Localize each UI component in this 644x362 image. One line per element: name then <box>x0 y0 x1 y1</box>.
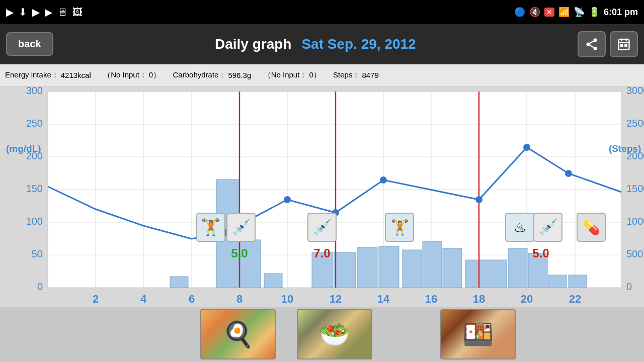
svg-rect-64 <box>357 247 377 288</box>
info-bar: Energy intake： 4213kcal （No Input： 0） Ca… <box>0 64 644 86</box>
svg-text:5.0: 5.0 <box>231 246 248 260</box>
no-input2-value: 0） <box>309 70 320 80</box>
svg-text:12: 12 <box>330 293 342 305</box>
svg-text:8: 8 <box>236 293 243 305</box>
svg-point-81 <box>380 176 387 184</box>
status-bar: ▶ ⬇ ▶ ▶ 🖥 🖼 🔵 🔇 ✕ 📶 📡 🔋 6:01 pm <box>0 0 644 24</box>
food-images: 🍳 🥗 🍱 <box>0 307 644 362</box>
svg-text:💉: 💉 <box>232 218 251 236</box>
calendar-icon <box>617 37 631 51</box>
nav-actions <box>578 31 638 57</box>
nav-date: Sat Sep. 29, 2012 <box>301 36 416 52</box>
play3-icon: ▶ <box>45 6 52 18</box>
svg-text:4: 4 <box>140 293 147 305</box>
svg-text:0: 0 <box>37 281 43 292</box>
svg-text:300: 300 <box>26 86 43 96</box>
no-input2-label: （No Input： <box>264 70 307 80</box>
steps-label: Steps： <box>333 70 360 80</box>
chart-svg: 2 4 6 8 10 12 14 16 18 20 22 300 250 200… <box>0 86 644 307</box>
food-image-dinner[interactable]: 🍱 <box>440 309 516 359</box>
svg-rect-9 <box>621 45 623 47</box>
svg-rect-5 <box>619 39 629 49</box>
no-input-label: （No Input： <box>103 70 147 80</box>
svg-text:100: 100 <box>26 216 43 227</box>
carb-label: Carbohydrate： <box>173 70 226 80</box>
svg-rect-63 <box>335 252 356 288</box>
svg-rect-68 <box>443 248 462 288</box>
energy-label: Energy intake： <box>5 70 59 80</box>
svg-text:💊: 💊 <box>583 219 600 236</box>
status-time: 6:01 pm <box>604 7 638 18</box>
svg-text:250: 250 <box>26 118 43 129</box>
svg-text:150: 150 <box>26 183 43 194</box>
svg-text:6: 6 <box>189 293 195 305</box>
svg-rect-71 <box>508 248 527 288</box>
svg-line-3 <box>590 45 594 47</box>
svg-rect-67 <box>423 241 442 288</box>
signal-icon: 📡 <box>574 7 585 18</box>
info-sep4 <box>326 71 330 79</box>
image-icon: 🖼 <box>72 7 83 18</box>
share-button[interactable] <box>578 31 606 57</box>
notification-icon: ✕ <box>544 8 554 17</box>
svg-text:3000: 3000 <box>626 86 644 96</box>
status-icons-left: ▶ ⬇ ▶ ▶ 🖥 🖼 <box>6 6 83 18</box>
svg-text:♨: ♨ <box>514 220 526 235</box>
info-sep2 <box>166 71 170 79</box>
play2-icon: ▶ <box>32 6 40 18</box>
no-input-value: 0） <box>149 70 160 80</box>
status-icons-right: 🔵 🔇 ✕ 📶 📡 🔋 6:01 pm <box>514 7 638 18</box>
svg-text:500: 500 <box>626 248 643 259</box>
svg-rect-65 <box>379 246 399 288</box>
volume-icon: 🔇 <box>529 7 540 18</box>
svg-point-82 <box>475 196 482 203</box>
svg-rect-74 <box>569 275 587 288</box>
nav-bar: back Daily graph Sat Sep. 29, 2012 <box>0 24 644 64</box>
energy-value: 4213kcal <box>61 71 91 79</box>
svg-text:7.0: 7.0 <box>313 246 330 260</box>
wifi-icon: 📶 <box>558 7 570 18</box>
info-sep3 <box>256 71 260 79</box>
bluetooth-icon: 🔵 <box>514 7 525 18</box>
svg-text:0: 0 <box>626 281 632 292</box>
svg-rect-66 <box>403 250 422 288</box>
monitor-icon: 🖥 <box>57 7 67 18</box>
page-title: Daily graph <box>215 36 291 52</box>
svg-point-0 <box>594 38 597 42</box>
svg-text:(Steps): (Steps) <box>609 143 641 154</box>
svg-text:(mg/dL): (mg/dL) <box>6 143 41 154</box>
svg-text:16: 16 <box>425 293 437 305</box>
svg-rect-73 <box>548 275 567 288</box>
food-image-lunch[interactable]: 🥗 <box>297 309 372 359</box>
info-sep1 <box>96 71 100 79</box>
svg-text:2: 2 <box>93 293 99 305</box>
svg-rect-10 <box>625 45 627 47</box>
calendar-button[interactable] <box>610 31 638 57</box>
main-content: 2 4 6 8 10 12 14 16 18 20 22 300 250 200… <box>0 86 644 362</box>
svg-text:🏋: 🏋 <box>201 217 221 236</box>
svg-point-79 <box>284 196 291 203</box>
food-image-breakfast[interactable]: 🍳 <box>200 309 276 359</box>
svg-text:2500: 2500 <box>626 118 644 129</box>
chart-area: 2 4 6 8 10 12 14 16 18 20 22 300 250 200… <box>0 86 644 307</box>
svg-point-1 <box>587 42 590 46</box>
svg-text:🏋: 🏋 <box>390 218 410 236</box>
back-button[interactable]: back <box>6 32 53 56</box>
svg-rect-70 <box>487 260 507 288</box>
svg-rect-69 <box>465 260 486 288</box>
svg-text:18: 18 <box>473 293 485 305</box>
svg-text:1500: 1500 <box>626 183 644 194</box>
share-icon <box>585 37 599 51</box>
svg-text:💉: 💉 <box>313 218 332 236</box>
svg-rect-61 <box>264 274 282 288</box>
svg-text:14: 14 <box>377 293 390 305</box>
svg-text:💉: 💉 <box>539 218 558 236</box>
svg-line-4 <box>590 41 594 43</box>
svg-point-83 <box>523 144 530 151</box>
svg-text:10: 10 <box>281 293 293 305</box>
svg-text:22: 22 <box>569 293 581 305</box>
svg-text:20: 20 <box>521 293 533 305</box>
svg-point-84 <box>565 170 572 177</box>
svg-text:50: 50 <box>32 248 43 259</box>
svg-point-2 <box>594 46 597 50</box>
